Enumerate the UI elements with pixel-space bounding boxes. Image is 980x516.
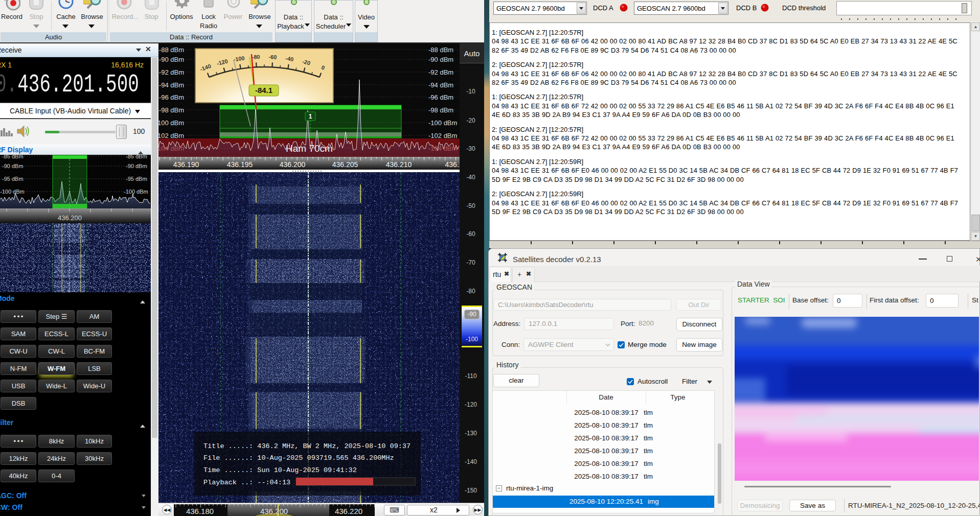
svg-text:-88 dBm: -88 dBm — [159, 46, 184, 54]
svg-text:-94 dBm: -94 dBm — [428, 81, 453, 89]
svg-text:-60: -60 — [268, 54, 277, 60]
svg-text:436.205: 436.205 — [332, 160, 358, 169]
svg-text:-95 dBm: -95 dBm — [126, 176, 147, 182]
svg-text:-92 dBm: -92 dBm — [159, 68, 184, 76]
svg-text:Time ......: Sun 10-Aug-2025 0: Time ......: Sun 10-Aug-2025 09:41:32 — [203, 466, 357, 474]
svg-text:-98 dBm: -98 dBm — [428, 106, 453, 114]
svg-text:-104 dBm: -104 dBm — [428, 145, 457, 152]
svg-text:436.200: 436.200 — [260, 507, 288, 515]
svg-text:-104 dBm: -104 dBm — [158, 145, 184, 152]
svg-text:436.220: 436.220 — [335, 507, 362, 515]
svg-text:-102 dBm: -102 dBm — [158, 132, 184, 139]
svg-text:-96 dBm: -96 dBm — [159, 93, 184, 101]
svg-text:Playback ..: --:04:13: Playback ..: --:04:13 — [203, 479, 290, 486]
svg-text:-90 dBm: -90 dBm — [159, 56, 184, 63]
svg-text:436.2: 436.2 — [445, 160, 460, 169]
svg-text:436.200: 436.200 — [58, 214, 82, 222]
svg-text:-90 dBm: -90 dBm — [428, 56, 453, 63]
svg-text:-85 dBm: -85 dBm — [2, 155, 24, 159]
svg-text:-100 dBm: -100 dBm — [124, 189, 148, 195]
svg-text:-85 dBm: -85 dBm — [126, 155, 147, 159]
svg-text:436.195: 436.195 — [227, 160, 253, 169]
svg-text:-96 dBm: -96 dBm — [428, 93, 453, 101]
svg-text:436.180: 436.180 — [186, 507, 214, 515]
svg-text:-100 dBm: -100 dBm — [158, 119, 184, 127]
svg-text:-88 dBm: -88 dBm — [428, 46, 453, 54]
svg-text:-90 dBm: -90 dBm — [126, 163, 147, 169]
svg-text:436.200: 436.200 — [280, 160, 306, 169]
svg-text:436.190: 436.190 — [173, 160, 199, 169]
svg-text:-100 dBm: -100 dBm — [428, 119, 457, 127]
svg-text:-40: -40 — [285, 55, 294, 62]
svg-text:File ......: 10-Aug-2025 09371: File ......: 10-Aug-2025 093719.565 436.… — [203, 454, 394, 462]
svg-text:-94 dBm: -94 dBm — [159, 81, 184, 89]
svg-text:-90 dBm: -90 dBm — [2, 163, 24, 169]
svg-text:-95 dBm: -95 dBm — [2, 176, 24, 182]
svg-text:-84.1: -84.1 — [255, 86, 272, 95]
svg-text:-100 dBm: -100 dBm — [0, 189, 25, 195]
svg-text:-102 dBm: -102 dBm — [428, 132, 457, 139]
svg-text:Title .....: 436.2 MHz, BW 2 M: Title .....: 436.2 MHz, BW 2 MHz, 2025-0… — [203, 442, 411, 450]
svg-text:436.210: 436.210 — [386, 160, 412, 169]
svg-text:-98 dBm: -98 dBm — [159, 106, 184, 114]
svg-text:1: 1 — [309, 113, 312, 120]
svg-text:-80: -80 — [252, 54, 260, 60]
svg-text:-92 dBm: -92 dBm — [428, 68, 453, 76]
svg-text:Ham 70cm: Ham 70cm — [286, 143, 333, 154]
